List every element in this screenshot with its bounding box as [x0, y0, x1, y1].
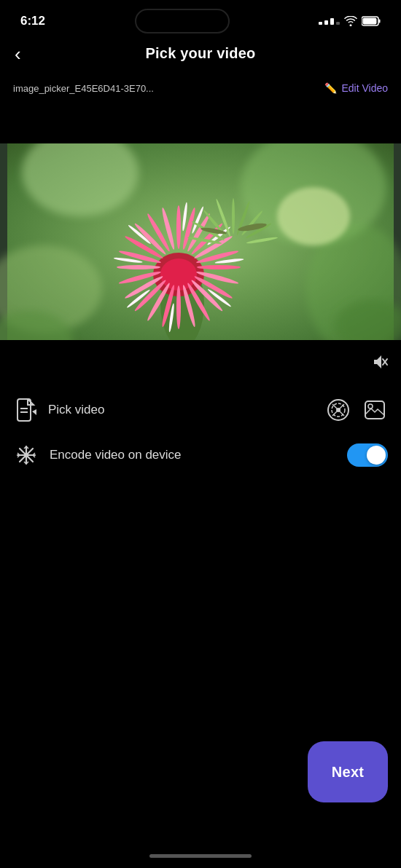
next-button[interactable]: Next	[308, 741, 388, 802]
status-icons	[319, 16, 381, 26]
file-info-row: image_picker_E45E6D41-3E70... ✏️ Edit Vi…	[0, 74, 401, 100]
encode-row: Encode video on device	[0, 432, 401, 478]
page-title: Pick your video	[146, 45, 256, 62]
svg-rect-60	[17, 399, 31, 421]
battery-icon	[362, 16, 381, 26]
encode-toggle[interactable]	[347, 443, 388, 467]
pencil-icon: ✏️	[324, 82, 337, 94]
svg-rect-69	[365, 401, 384, 419]
snowflake-icon	[13, 442, 39, 468]
toggle-knob	[367, 446, 386, 465]
camera-shutter-button[interactable]	[325, 397, 351, 423]
svg-rect-1	[379, 20, 381, 23]
pick-video-row[interactable]: Pick video	[0, 384, 401, 432]
wifi-icon	[344, 16, 357, 26]
gallery-button[interactable]	[362, 397, 388, 423]
edit-video-label: Edit Video	[341, 82, 388, 94]
encode-label: Encode video on device	[50, 448, 337, 462]
edit-video-button[interactable]: ✏️ Edit Video	[324, 82, 388, 94]
video-bottom-bar	[0, 340, 401, 384]
signal-icon	[319, 18, 340, 25]
back-button[interactable]: ‹	[15, 44, 21, 63]
svg-point-18	[197, 265, 241, 269]
svg-marker-63	[32, 409, 36, 415]
video-file-icon	[13, 397, 39, 423]
status-time: 6:12	[20, 14, 45, 28]
video-container	[0, 100, 401, 384]
nav-header: ‹ Pick your video	[0, 38, 401, 74]
svg-point-30	[117, 265, 160, 269]
pick-video-label: Pick video	[48, 403, 316, 417]
action-icons-right	[325, 397, 388, 423]
svg-point-68	[336, 408, 340, 412]
svg-rect-2	[363, 18, 377, 25]
svg-point-12	[176, 205, 181, 249]
svg-point-45	[232, 198, 235, 234]
status-bar: 6:12	[0, 0, 401, 38]
svg-point-75	[24, 453, 28, 457]
mute-icon[interactable]	[372, 354, 389, 374]
file-name: image_picker_E45E6D41-3E70...	[13, 83, 154, 94]
home-indicator	[149, 854, 252, 858]
video-top-bar	[0, 100, 401, 143]
svg-point-8	[277, 187, 350, 245]
dynamic-island	[135, 9, 230, 33]
video-frame[interactable]	[0, 143, 401, 340]
svg-point-24	[176, 285, 181, 329]
svg-point-70	[368, 404, 373, 409]
video-thumbnail	[0, 143, 401, 340]
